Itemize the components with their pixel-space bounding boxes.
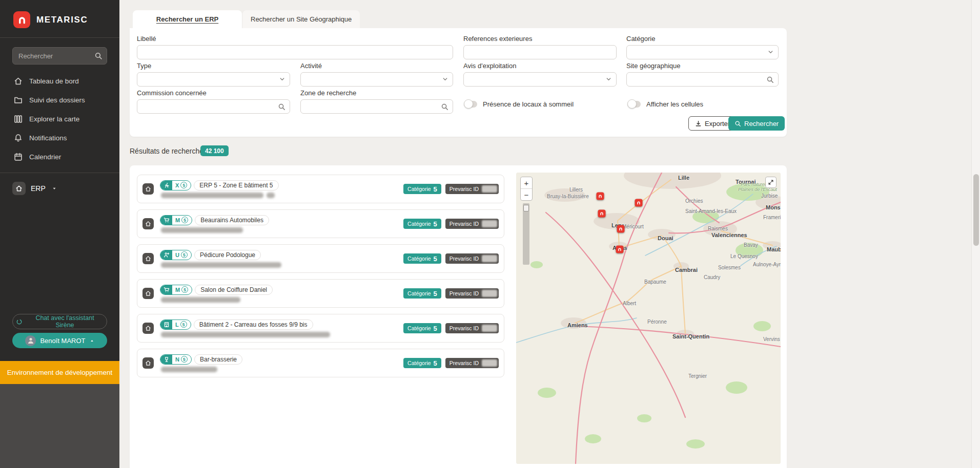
categorie-select[interactable]	[626, 45, 779, 59]
activite-select[interactable]	[300, 72, 453, 87]
home-icon	[145, 221, 151, 227]
sidebar-erp-section[interactable]: ERP	[12, 182, 107, 195]
prevarisc-id-redacted	[482, 359, 497, 367]
activite-select-input[interactable]	[301, 76, 453, 83]
result-row[interactable]: N5 Bar-brasserie Catégorie5 Prevarisc ID	[137, 349, 504, 377]
redacted-text	[161, 332, 330, 337]
map-marker[interactable]	[635, 199, 643, 207]
type-badge: U5	[160, 250, 192, 260]
type-select-input[interactable]	[137, 76, 290, 83]
libelle-input[interactable]	[137, 49, 453, 56]
brand[interactable]: METARISC	[0, 0, 119, 37]
map-fullscreen-button[interactable]	[765, 177, 777, 188]
search-icon	[766, 76, 774, 83]
search-button[interactable]: Rechercher	[728, 116, 785, 131]
result-row[interactable]: M5 Beaurains Automobiles Catégorie5 Prev…	[137, 209, 504, 238]
redacted-text	[161, 227, 243, 233]
results-map[interactable]: LilleTournaiLillersBruay-la-BuissièreOrc…	[516, 173, 781, 464]
field-activite: Activité	[300, 62, 453, 87]
sidebar-item-carte[interactable]: Explorer la carte	[0, 110, 119, 129]
locaux-sommeil-switch[interactable]	[464, 101, 477, 108]
zoom-in-button[interactable]: +	[521, 177, 532, 188]
erp-home-button[interactable]	[142, 357, 154, 369]
map-label-jurbise: Jurbise	[761, 193, 778, 199]
scrollbar-thumb[interactable]	[973, 174, 979, 246]
sidebar-item-dossiers[interactable]: Suivi des dossiers	[0, 91, 119, 110]
type-select[interactable]	[137, 72, 290, 87]
categorie-badge: Catégorie5	[403, 219, 441, 229]
type-badge: N5	[160, 354, 192, 365]
references-input[interactable]	[464, 49, 616, 56]
map-label-vervins: Vervins	[763, 336, 780, 342]
erp-home-button[interactable]	[142, 288, 154, 299]
map-marker[interactable]	[617, 225, 625, 233]
app-window: METARISC Tableau de bord Suivi des dossi…	[0, 0, 980, 468]
categorie-select-input[interactable]	[627, 49, 778, 56]
map-marker[interactable]	[597, 193, 604, 200]
result-title[interactable]: Bâtiment 2 - Carreau des fosses 9/9 bis	[194, 320, 313, 330]
result-badges: Catégorie5 Prevarisc ID	[403, 288, 499, 299]
sidebar-search-input[interactable]	[12, 47, 107, 65]
avis-select-input[interactable]	[464, 76, 616, 83]
erp-home-button[interactable]	[142, 323, 154, 334]
expand-icon	[768, 179, 774, 185]
erp-home-button[interactable]	[142, 218, 154, 229]
erp-icon-box	[12, 182, 26, 195]
map-zoom-slider[interactable]	[523, 203, 529, 265]
afficher-cellules-switch[interactable]	[627, 101, 641, 108]
result-title[interactable]: Pédicure Podologue	[194, 250, 261, 260]
erp-home-button[interactable]	[142, 183, 154, 195]
result-title[interactable]: Bar-brasserie	[194, 354, 242, 365]
sidebar-divider	[0, 173, 119, 173]
type-code: L5	[172, 321, 191, 328]
avis-select[interactable]	[463, 72, 617, 87]
bell-icon	[14, 134, 23, 142]
map-label-valenciennes: Valenciennes	[711, 232, 747, 238]
redacted-text	[161, 367, 217, 372]
field-commission-concernee: Commission concernée	[137, 89, 290, 114]
map-marker[interactable]	[598, 210, 606, 218]
result-row[interactable]: X5 ERP 5 - Zone E bâtiment 5 Catégorie5 …	[137, 175, 504, 203]
result-main: M5 Salon de Coiffure Daniel	[160, 285, 403, 303]
tab-rechercher-erp[interactable]: Rechercher un ERP	[133, 10, 242, 28]
metarisc-pin-icon	[618, 247, 622, 252]
search-icon	[441, 103, 448, 111]
user-menu-button[interactable]: Benoît MAROT	[12, 333, 107, 348]
type-badge: M5	[160, 215, 192, 225]
map-label-orchies: Orchies	[685, 198, 703, 204]
tab-rechercher-site-geographique[interactable]: Rechercher un Site Géographique	[242, 10, 360, 28]
prevarisc-badge: Prevarisc ID	[445, 184, 499, 194]
zone-input[interactable]	[301, 103, 453, 111]
erp-home-button[interactable]	[142, 253, 154, 264]
prevarisc-id-redacted	[482, 255, 497, 262]
result-title[interactable]: ERP 5 - Zone E bâtiment 5	[194, 180, 278, 190]
map-label-lille: Lille	[678, 175, 689, 181]
sidebar-item-calendrier[interactable]: Calendrier	[0, 147, 119, 166]
map-marker[interactable]	[616, 246, 624, 253]
field-site-geographique: Site géographique	[626, 62, 779, 87]
commission-input[interactable]	[137, 103, 290, 111]
calendar-icon	[14, 153, 23, 161]
page-scrollbar[interactable]	[971, 0, 980, 468]
tab-label: Rechercher un ERP	[156, 15, 218, 23]
result-row[interactable]: M5 Salon de Coiffure Daniel Catégorie5 P…	[137, 279, 504, 308]
erp-section-label: ERP	[31, 184, 46, 193]
sidebar-item-notifications[interactable]: Notifications	[0, 129, 119, 147]
field-libelle: Libellé	[137, 35, 453, 59]
result-badges: Catégorie5 Prevarisc ID	[403, 358, 499, 368]
slider-handle[interactable]	[523, 205, 529, 211]
result-title[interactable]: Beaurains Automobiles	[195, 215, 269, 225]
zoom-out-button[interactable]: −	[521, 189, 532, 200]
drink-icon	[164, 356, 170, 363]
results-count-badge: 42 100	[200, 145, 229, 156]
result-title[interactable]: Salon de Coiffure Daniel	[195, 285, 273, 295]
type-code: M5	[172, 286, 192, 293]
result-row[interactable]: U5 Pédicure Podologue Catégorie5 Prevari…	[137, 244, 504, 273]
sidebar-item-dashboard[interactable]: Tableau de bord	[0, 72, 119, 91]
result-main: N5 Bar-brasserie	[160, 354, 403, 372]
metarisc-pin-icon	[619, 227, 623, 231]
chat-assistant-button[interactable]: Chat avec l'assistant Sirène	[12, 314, 107, 329]
health-icon	[164, 252, 170, 258]
result-row[interactable]: L5 Bâtiment 2 - Carreau des fosses 9/9 b…	[137, 314, 504, 343]
site-geographique-input[interactable]	[627, 76, 778, 83]
